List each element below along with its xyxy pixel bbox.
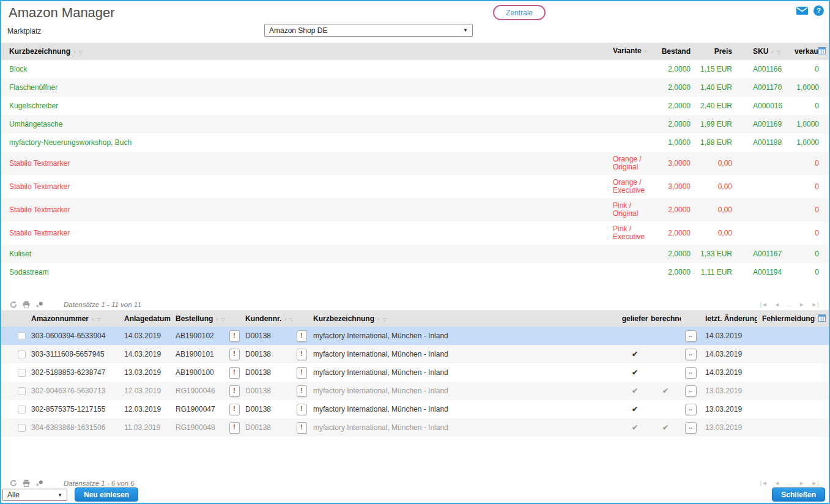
- row-checkbox[interactable]: [18, 350, 26, 358]
- order-row[interactable]: 302-5188853-623874713.03.2019AB1900100!D…: [1, 363, 829, 382]
- filter-select[interactable]: Alle ▼: [2, 489, 67, 501]
- articles-col-bestand[interactable]: Bestand: [647, 43, 691, 60]
- filter-icon[interactable]: ▽: [79, 50, 83, 55]
- refresh-icon[interactable]: [10, 301, 17, 308]
- row-checkbox[interactable]: [18, 332, 26, 340]
- orders-col-anlagedatum[interactable]: Anlagedatum‹: [122, 310, 174, 327]
- bestellung-detail-button[interactable]: !: [229, 330, 240, 342]
- berechnet-check: [650, 327, 681, 345]
- more-button[interactable]: ..: [685, 385, 697, 397]
- orders-col-kundennr[interactable]: Kundennr.‹▽: [243, 310, 292, 327]
- article-row[interactable]: Kuliset2,00001,33 EURA0011670: [1, 245, 829, 263]
- sort-icon[interactable]: ‹: [216, 315, 218, 322]
- export-icon[interactable]: [35, 480, 43, 487]
- order-row[interactable]: 302-9046376-563071312.03.2019RG1900046!D…: [1, 382, 829, 400]
- orders-col-fehlermeldung[interactable]: Fehlermeldung: [757, 310, 818, 327]
- column-settings-icon[interactable]: [818, 314, 826, 322]
- record-count-info: Datensätze 1 - 11 von 11: [64, 301, 141, 308]
- kunde-detail-button[interactable]: !: [297, 330, 307, 342]
- kunde-detail-button[interactable]: !: [297, 404, 307, 415]
- print-icon[interactable]: [23, 301, 30, 308]
- last-page-button[interactable]: ►|: [812, 302, 819, 308]
- kunde-detail-button[interactable]: !: [297, 385, 307, 397]
- prev-page-button[interactable]: ◄: [774, 480, 780, 486]
- article-verkauft: 0: [794, 152, 829, 175]
- refresh-icon[interactable]: [10, 480, 17, 487]
- orders-col-bestellung[interactable]: Bestellung‹▽: [174, 310, 225, 327]
- article-row[interactable]: Sodastream2,00001,11 EURA0011940: [1, 263, 829, 281]
- mail-icon[interactable]: [796, 7, 808, 15]
- filter-icon[interactable]: ▽: [777, 50, 780, 55]
- orders-col-amazonnummer[interactable]: Amazonnummer‹▽: [29, 310, 122, 327]
- row-checkbox[interactable]: [18, 424, 26, 432]
- marktplatz-select[interactable]: Amazon Shop DE ▼: [264, 24, 473, 37]
- bestellung-detail-button[interactable]: !: [229, 349, 240, 360]
- last-page-button[interactable]: ►|: [812, 480, 819, 486]
- order-row[interactable]: 302-8575375-121715512.03.2019RG1900047!D…: [1, 400, 829, 418]
- bestellung-detail-button[interactable]: !: [229, 422, 240, 434]
- neu-einlesen-button[interactable]: Neu einlesen: [75, 487, 138, 502]
- help-icon[interactable]: ?: [813, 6, 824, 16]
- articles-col-kurzbezeichnung[interactable]: Kurzbezeichnung‹▽: [1, 43, 607, 60]
- kunde-detail-button[interactable]: !: [297, 349, 307, 360]
- article-row[interactable]: Flaschenöffner2,00001,40 EURA0011701,000…: [1, 78, 829, 97]
- more-button[interactable]: ..: [685, 349, 697, 360]
- bestellung-detail-button[interactable]: !: [229, 404, 240, 415]
- export-icon[interactable]: [35, 301, 43, 308]
- sort-icon[interactable]: ‹: [771, 48, 774, 55]
- article-row[interactable]: Block2,00001,15 EURA0011660: [1, 60, 829, 78]
- first-page-button[interactable]: |◄: [760, 302, 768, 308]
- more-button[interactable]: ..: [685, 422, 697, 434]
- article-row[interactable]: Stabilo TextmarkerOrange / Original3,000…: [1, 152, 829, 175]
- row-checkbox[interactable]: [18, 369, 26, 377]
- order-row[interactable]: 303-3111608-565794514.03.2019AB1900101!D…: [1, 345, 829, 363]
- first-page-button[interactable]: |◄: [760, 480, 768, 486]
- sort-icon[interactable]: ‹: [92, 315, 94, 322]
- orders-col-letzt-aenderung[interactable]: letzt. Änderung‹: [700, 310, 757, 327]
- article-bestand: 2,0000: [647, 97, 691, 115]
- articles-col-sku[interactable]: SKU‹▽: [733, 43, 794, 60]
- amazon-manager-window: Amazon Manager Zentrale ? Marktplatz Ama…: [0, 0, 830, 504]
- article-row[interactable]: Stabilo TextmarkerPink / Executive2,0000…: [1, 221, 829, 245]
- articles-col-variante[interactable]: Variante‹▽: [607, 43, 647, 60]
- filter-icon[interactable]: ▽: [97, 317, 101, 322]
- article-variante: [607, 245, 647, 263]
- row-checkbox[interactable]: [18, 406, 26, 413]
- zentrale-button[interactable]: Zentrale: [493, 5, 546, 20]
- article-row[interactable]: Kugelschreiber2,00002,40 EURA0000160: [1, 97, 829, 115]
- kunde-detail-button[interactable]: !: [297, 422, 307, 434]
- next-page-button[interactable]: ►: [799, 302, 804, 308]
- kunde-detail-button[interactable]: !: [297, 367, 307, 379]
- sort-icon[interactable]: ‹: [377, 315, 380, 322]
- filter-icon[interactable]: ▽: [383, 317, 387, 322]
- more-button[interactable]: ..: [685, 404, 697, 415]
- more-button[interactable]: ..: [685, 367, 697, 379]
- bestellung-detail-button[interactable]: !: [229, 385, 240, 397]
- filter-icon[interactable]: ▽: [221, 317, 225, 322]
- next-page-button[interactable]: ►: [799, 480, 804, 486]
- orders-col-more: [681, 310, 700, 327]
- sort-icon[interactable]: ‹: [73, 48, 76, 55]
- order-row[interactable]: 303-0600394-653390414.03.2019AB1900102!D…: [1, 327, 829, 345]
- order-fehlermeldung: [757, 400, 818, 418]
- orders-col-berechne[interactable]: berechne: [650, 310, 681, 327]
- sort-icon[interactable]: ‹: [284, 315, 287, 322]
- column-settings-icon[interactable]: [818, 47, 826, 54]
- article-row[interactable]: Stabilo TextmarkerOrange / Executive3,00…: [1, 175, 829, 198]
- article-row[interactable]: Umhängetasche2,00001,99 EURA0011691,0000: [1, 115, 829, 133]
- order-row[interactable]: 304-6383868-163150611.03.2019RG1900048!D…: [1, 418, 829, 437]
- row-checkbox[interactable]: [18, 387, 26, 395]
- more-button[interactable]: ..: [685, 330, 697, 342]
- orders-col-geliefer[interactable]: geliefer: [620, 310, 650, 327]
- sort-icon[interactable]: ‹: [645, 47, 647, 54]
- filler-cell: [818, 363, 829, 382]
- schliessen-button[interactable]: Schließen: [772, 487, 825, 502]
- print-icon[interactable]: [23, 480, 30, 487]
- orders-col-kurzbezeichnung[interactable]: Kurzbezeichnung‹▽: [311, 310, 620, 327]
- filter-icon[interactable]: ▽: [290, 317, 292, 322]
- prev-page-button[interactable]: ◄: [774, 302, 780, 308]
- article-row[interactable]: Stabilo TextmarkerPink / Original2,00000…: [1, 198, 829, 221]
- articles-col-preis[interactable]: Preis: [691, 43, 733, 60]
- article-row[interactable]: myfactory-Neuerungsworkshop, Buch1,00001…: [1, 133, 829, 152]
- bestellung-detail-button[interactable]: !: [229, 367, 240, 379]
